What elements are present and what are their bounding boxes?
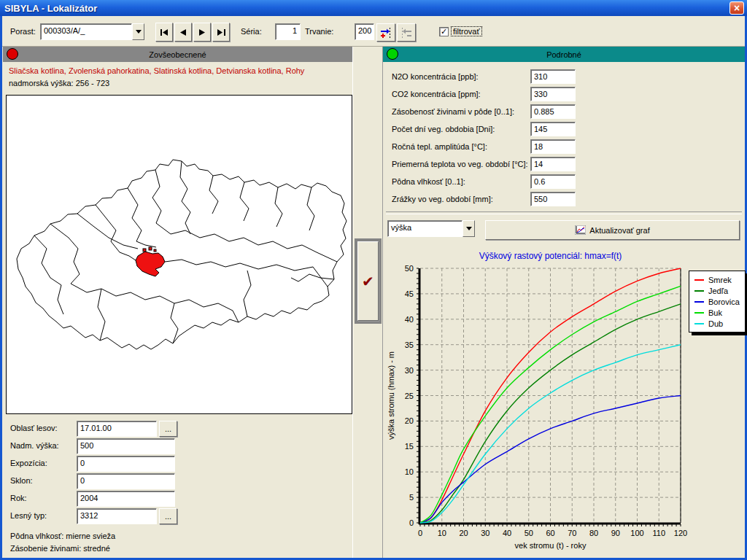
svg-text:20: 20: [405, 416, 414, 425]
rocna-amplituda-label: Ročná tepl. amplitúda [°C]:: [392, 142, 487, 151]
oblast-lesov-label: Oblasť lesov:: [10, 424, 58, 432]
seria-input[interactable]: 1: [275, 23, 301, 40]
svg-text:0: 0: [418, 529, 422, 537]
chart-icon: [575, 225, 586, 235]
co2-input[interactable]: 330: [530, 87, 576, 101]
country-outline: [17, 160, 347, 349]
svg-text:5: 5: [409, 493, 414, 502]
svg-text:35: 35: [405, 341, 414, 349]
svg-text:50: 50: [405, 264, 414, 273]
legend-swatch: [694, 323, 704, 324]
remove-series-icon: [400, 27, 412, 39]
n2o-input[interactable]: 310: [530, 69, 576, 84]
legend-item: Smrek: [694, 274, 740, 285]
expozicia-label: Expozícia:: [10, 459, 47, 467]
update-chart-button[interactable]: Aktualizovať graf: [485, 220, 740, 240]
slovakia-map[interactable]: [6, 95, 352, 414]
svg-text:80: 80: [589, 529, 598, 537]
chevron-down-icon: [136, 30, 142, 34]
svg-text:70: 70: [568, 529, 576, 537]
legend-swatch: [694, 290, 704, 292]
trvanie-label: Trvanie:: [305, 27, 333, 36]
trvanie-input[interactable]: 200: [355, 23, 374, 40]
svg-text:45: 45: [405, 289, 414, 298]
red-status-circle-icon: [7, 48, 18, 60]
legend-item: Dub: [694, 318, 740, 329]
porast-dropdown-arrow[interactable]: [132, 23, 144, 40]
porast-combobox[interactable]: 000303/A/_: [40, 23, 144, 40]
svg-text:0: 0: [409, 518, 414, 527]
apply-button[interactable]: ✔: [357, 241, 379, 321]
nadm-vyska-label: Nadm. výška:: [10, 441, 59, 450]
priemerna-teplota-label: Priemerná teplota vo veg. období [°C]:: [392, 160, 528, 168]
quantity-combobox[interactable]: výška: [387, 220, 475, 237]
co2-label: CO2 koncentrácia [ppm]:: [392, 90, 481, 98]
window-title: SIBYLA - Lokalizátor: [4, 3, 97, 14]
nutrient-status: Zásobenie živinami: stredné: [10, 544, 110, 553]
next-record-button[interactable]: [193, 23, 211, 42]
sklon-input[interactable]: 0: [77, 473, 175, 489]
legend-label: Jedľa: [708, 287, 728, 295]
legend-item: Buk: [694, 307, 740, 318]
sklon-label: Sklon:: [10, 476, 33, 485]
record-navigator: [155, 23, 230, 42]
chart-legend: SmrekJedľaBorovicaBukDub: [689, 271, 746, 332]
svg-text:50: 50: [525, 529, 533, 537]
lesny-typ-label: Lesný typ:: [10, 511, 47, 520]
detail-panel-title: Podrobné: [546, 50, 581, 59]
podna-vlhkost-input[interactable]: 0.6: [530, 174, 576, 189]
legend-swatch: [694, 301, 704, 303]
app-window: SIBYLA - Lokalizátor × Porast: 000303/A/…: [0, 0, 747, 560]
titlebar: SIBYLA - Lokalizátor ×: [0, 0, 747, 16]
priemerna-teplota-input[interactable]: 14: [530, 157, 576, 171]
next-record-icon: [199, 29, 206, 36]
insert-series-button[interactable]: [376, 23, 395, 42]
filter-label[interactable]: filtrovať: [452, 27, 481, 36]
rocna-amplituda-input[interactable]: 18: [530, 139, 576, 154]
general-panel: Zovšeobecnené Sliačska kotlina, Zvolensk…: [3, 47, 353, 558]
lesny-typ-browse-button[interactable]: ...: [159, 508, 177, 524]
filter-checkbox[interactable]: ✓: [439, 27, 449, 36]
svg-text:20: 20: [459, 529, 468, 537]
pocet-dni-input[interactable]: 145: [530, 122, 576, 136]
svg-text:30: 30: [481, 529, 489, 537]
svg-text:25: 25: [405, 392, 414, 400]
svg-text:60: 60: [546, 529, 554, 537]
porast-label: Porast:: [10, 27, 36, 36]
legend-label: Borovica: [708, 298, 740, 306]
first-record-button[interactable]: [155, 23, 173, 42]
svg-text:10: 10: [405, 467, 414, 476]
lesny-typ-input[interactable]: 3312: [77, 508, 157, 524]
rok-label: Rok:: [10, 494, 27, 502]
svg-text:100: 100: [630, 529, 643, 537]
zrazky-input[interactable]: 550: [530, 192, 576, 206]
first-record-icon: [160, 29, 169, 36]
quantity-dropdown-arrow[interactable]: [462, 220, 475, 237]
close-icon: ×: [734, 2, 740, 14]
svg-text:Výškový rastový potenciál: hma: Výškový rastový potenciál: hmax=f(t): [479, 251, 622, 261]
quantity-value[interactable]: výška: [387, 220, 462, 237]
general-panel-header: Zovšeobecnené: [3, 47, 352, 62]
legend-label: Buk: [708, 308, 722, 317]
legend-item: Borovica: [694, 296, 740, 307]
n2o-label: N2O koncentrácia [ppb]:: [392, 72, 479, 81]
legend-swatch: [694, 312, 704, 314]
seria-label: Séria:: [241, 27, 262, 36]
legend-item: Jedľa: [694, 285, 740, 296]
last-record-button[interactable]: [212, 23, 230, 42]
porast-value[interactable]: 000303/A/_: [40, 23, 132, 40]
svg-text:40: 40: [405, 315, 414, 324]
svg-text:110: 110: [652, 529, 665, 537]
close-button[interactable]: ×: [729, 1, 744, 15]
svg-text:30: 30: [405, 366, 414, 375]
svg-text:90: 90: [611, 529, 620, 537]
previous-record-button[interactable]: [174, 23, 192, 42]
nadm-vyska-input[interactable]: 500: [77, 438, 175, 454]
zasobenost-input[interactable]: 0.885: [530, 104, 576, 119]
oblast-lesov-input[interactable]: 17.01.00: [77, 421, 157, 437]
remove-series-button[interactable]: [397, 23, 416, 42]
rok-input[interactable]: 2004: [77, 491, 175, 507]
expozicia-input[interactable]: 0: [77, 456, 175, 472]
oblast-lesov-browse-button[interactable]: ...: [159, 421, 177, 437]
selected-region-highlight: [136, 252, 165, 276]
